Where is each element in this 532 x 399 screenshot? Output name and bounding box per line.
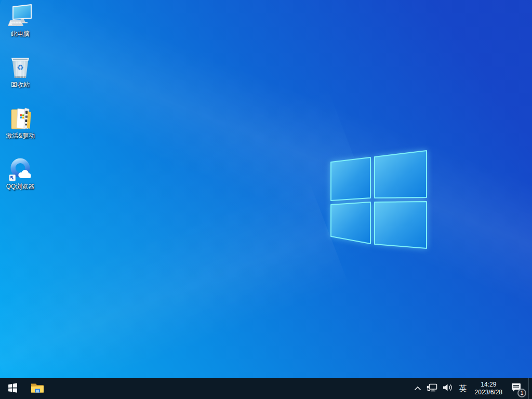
- activation-driver-folder-icon: [8, 106, 33, 131]
- clock-time: 14:29: [475, 381, 502, 389]
- speaker-volume-icon: [443, 383, 453, 394]
- notification-count-badge: 1: [517, 389, 526, 397]
- system-tray: 英 14:29 2023/6/28 1: [411, 378, 532, 399]
- volume-tray-button[interactable]: [440, 378, 456, 399]
- network-tray-button[interactable]: [424, 378, 440, 399]
- file-explorer-icon: [31, 382, 44, 395]
- chevron-up-icon: [414, 384, 421, 393]
- desktop-icon-this-pc[interactable]: 此电脑: [1, 4, 40, 53]
- light-ray: [0, 180, 350, 399]
- this-pc-icon: [8, 4, 33, 29]
- desktop-icon-qq-browser[interactable]: QQ浏览器: [1, 157, 40, 206]
- qq-browser-icon: [8, 157, 33, 182]
- show-desktop-button[interactable]: [528, 378, 532, 399]
- ime-indicator[interactable]: 英: [456, 378, 471, 399]
- desktop-icon-label: 回收站: [11, 81, 30, 88]
- desktop-icon-label: QQ浏览器: [6, 183, 35, 190]
- desktop-icon-label: 激活&驱动: [6, 132, 35, 139]
- desktop-icon-label: 此电脑: [11, 30, 30, 37]
- show-hidden-icons-button[interactable]: [411, 378, 424, 399]
- windows-logo-wallpaper: [327, 148, 431, 254]
- svg-text:♻: ♻: [17, 63, 23, 72]
- recycle-bin-icon: ♻: [8, 55, 33, 80]
- taskbar: 英 14:29 2023/6/28 1: [0, 378, 532, 399]
- start-button[interactable]: [0, 378, 25, 399]
- light-ray: [0, 0, 532, 313]
- windows-start-icon: [8, 383, 18, 395]
- desktop-icon-recycle-bin[interactable]: ♻ 回收站: [1, 55, 40, 104]
- clock-date: 2023/6/28: [475, 389, 502, 396]
- desktop-wallpaper: [0, 0, 532, 399]
- ethernet-network-icon: [427, 383, 437, 394]
- file-explorer-taskbar-button[interactable]: [25, 378, 50, 399]
- taskbar-clock[interactable]: 14:29 2023/6/28: [471, 378, 507, 399]
- desktop-icon-activation-driver[interactable]: 激活&驱动: [1, 106, 40, 155]
- action-center-button[interactable]: 1: [507, 378, 528, 399]
